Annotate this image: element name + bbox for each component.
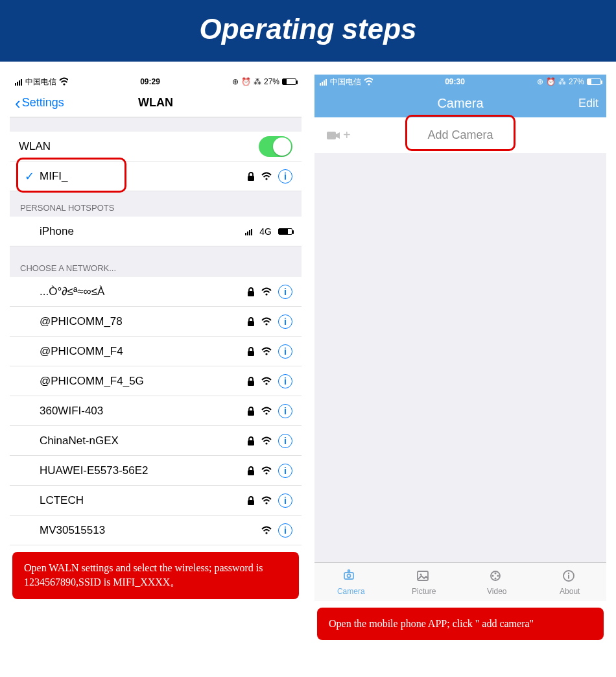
lock-icon (246, 316, 255, 327)
checkmark-icon: ✓ (19, 169, 40, 184)
hotspot-name: iPhone (40, 225, 245, 238)
tab-bar: Camera Picture Video About (314, 562, 606, 601)
signal-bars-icon (245, 228, 253, 235)
network-ssid: MV30515513 (40, 524, 261, 537)
lock-icon (246, 171, 255, 182)
network-row[interactable]: @PHICOMM_F4i (10, 337, 302, 366)
tab-label: Camera (337, 587, 365, 596)
network-row[interactable]: HUAWEI-E5573-56E2i (10, 456, 302, 486)
info-button[interactable]: i (278, 374, 292, 388)
wifi-icon (261, 466, 272, 475)
lock-icon (246, 376, 255, 386)
camera-body: + Add Camera Camera Picture Video (314, 117, 606, 601)
section-choose: CHOOSE A NETWORK... (10, 246, 302, 277)
lock-icon (246, 346, 255, 357)
battery-pct: 27% (569, 77, 584, 86)
info-button[interactable]: i (278, 493, 292, 508)
edit-button[interactable]: Edit (578, 97, 598, 110)
wifi-icon (261, 347, 272, 356)
wlan-toggle[interactable] (259, 136, 292, 157)
signal-bars-icon (15, 78, 23, 86)
wifi-icon (261, 496, 272, 505)
add-camera-row[interactable]: + Add Camera (314, 117, 606, 153)
status-bar: 中国电信 09:29 ⊕ ⏰ ⁂ 27% (10, 75, 302, 89)
section-hotspots: PERSONAL HOTSPOTS (10, 191, 302, 217)
battery-icon (282, 78, 296, 85)
info-button[interactable]: i (278, 344, 292, 359)
wifi-icon (261, 172, 272, 181)
rotation-lock-icon: ⊕ (537, 77, 543, 86)
network-ssid: @PHICOMM_F4 (40, 345, 246, 358)
carrier-label: 中国电信 (330, 77, 361, 88)
network-row[interactable]: 360WIFI-403i (10, 396, 302, 426)
network-row[interactable]: ChinaNet-nGEXi (10, 426, 302, 456)
info-button[interactable]: i (278, 169, 292, 184)
alarm-icon: ⏰ (241, 77, 251, 86)
connected-network-row[interactable]: ✓ MIFI_ i (10, 161, 302, 191)
chevron-left-icon: ‹ (15, 95, 21, 112)
network-row[interactable]: @PHICOMM_F4_5Gi (10, 366, 302, 396)
wifi-icon (261, 436, 272, 445)
video-icon (489, 569, 504, 584)
clock: 09:29 (140, 77, 160, 86)
bluetooth-icon: ⁂ (558, 77, 566, 86)
info-button[interactable]: i (278, 315, 292, 329)
wifi-icon (261, 317, 272, 326)
network-row[interactable]: ...Ò°∂≤ª≈∞≤Ài (10, 277, 302, 307)
lock-icon (246, 436, 255, 446)
wifi-icon (364, 77, 373, 86)
tab-label: Video (487, 587, 506, 596)
phone-left: 中国电信 09:29 ⊕ ⏰ ⁂ 27% ‹ Settings WLAN WLA… (10, 75, 302, 640)
carrier-label: 中国电信 (25, 77, 56, 88)
status-bar: 中国电信 09:30 ⊕ ⏰ ⁂ 27% (314, 75, 606, 89)
info-button[interactable]: i (278, 434, 292, 448)
network-ssid: LCTECH (40, 494, 246, 507)
nav-bar: ‹ Settings WLAN (10, 89, 302, 117)
connected-ssid: MIFI_ (40, 170, 246, 183)
info-button[interactable]: i (278, 285, 292, 299)
network-ssid: 360WIFI-403 (40, 405, 246, 418)
lock-icon (246, 287, 255, 297)
network-ssid: HUAWEI-E5573-56E2 (40, 464, 246, 477)
lock-icon (246, 495, 255, 506)
wifi-icon (261, 377, 272, 386)
battery-icon (278, 228, 292, 235)
tab-label: About (560, 587, 580, 596)
back-button[interactable]: ‹ Settings (15, 95, 64, 112)
picture-icon (416, 569, 432, 584)
wifi-icon (59, 77, 68, 86)
clock: 09:30 (445, 77, 465, 86)
tab-camera[interactable]: Camera (314, 563, 388, 601)
info-button[interactable]: i (278, 464, 292, 478)
nav-title: Camera (437, 96, 483, 111)
tab-label: Picture (412, 587, 436, 596)
network-row[interactable]: LCTECHi (10, 486, 302, 516)
back-label: Settings (22, 96, 64, 110)
page-title: Operating steps (0, 13, 616, 45)
rotation-lock-icon: ⊕ (232, 77, 239, 86)
add-camera-label: Add Camera (427, 128, 493, 142)
tab-picture[interactable]: Picture (388, 563, 461, 601)
network-row[interactable]: MV30515513i (10, 516, 302, 545)
nav-bar: Camera Edit (314, 89, 606, 117)
nav-title: WLAN (138, 96, 173, 110)
hotspot-signal: 4G (259, 226, 272, 237)
caption-left: Open WALN settings and select the wirele… (12, 552, 299, 599)
wlan-toggle-row: WLAN (10, 132, 302, 161)
network-ssid: @PHICOMM_78 (40, 315, 246, 328)
tab-about[interactable]: About (534, 563, 607, 601)
alarm-icon: ⏰ (546, 77, 556, 86)
info-button[interactable]: i (278, 523, 292, 538)
info-button[interactable]: i (278, 404, 292, 418)
network-ssid: ...Ò°∂≤ª≈∞≤À (40, 285, 246, 298)
lock-icon (246, 406, 255, 416)
about-icon (562, 569, 578, 584)
network-row[interactable]: @PHICOMM_78i (10, 307, 302, 337)
page-header: Operating steps (0, 0, 616, 62)
wifi-icon (261, 526, 272, 535)
battery-pct: 27% (264, 77, 279, 86)
hotspot-row[interactable]: iPhone 4G (10, 217, 302, 246)
phone-right: 中国电信 09:30 ⊕ ⏰ ⁂ 27% Camera Edit (314, 75, 606, 640)
tab-video[interactable]: Video (460, 563, 534, 601)
battery-icon (587, 78, 601, 85)
